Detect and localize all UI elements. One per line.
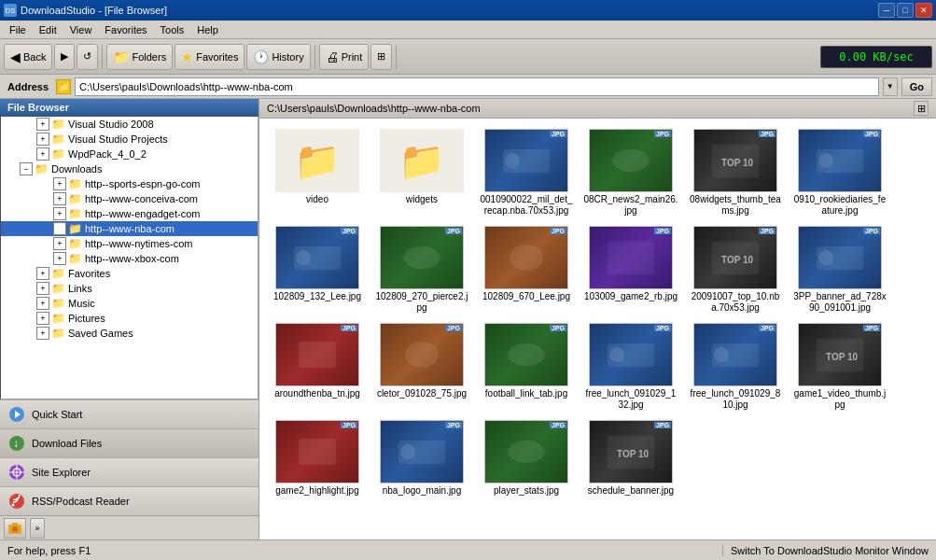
file-item[interactable]: JPG player_stats.jpg bbox=[476, 417, 577, 499]
tree-expander[interactable]: + bbox=[36, 297, 49, 310]
status-right[interactable]: Switch To DownloadStudio Monitor Window bbox=[722, 545, 936, 556]
quick-start-item[interactable]: Quick Start bbox=[0, 399, 258, 428]
tree-item[interactable]: +📁Saved Games bbox=[1, 326, 258, 341]
more-button[interactable]: » bbox=[30, 518, 45, 539]
menu-edit[interactable]: Edit bbox=[34, 22, 63, 37]
tree-expander[interactable]: + bbox=[36, 327, 49, 340]
file-item[interactable]: JPG free_lunch_091029_132.jpg bbox=[580, 320, 681, 413]
file-item[interactable]: JPG 0910_rookiediaries_feature.jpg bbox=[789, 126, 890, 219]
file-badge: JPG bbox=[759, 228, 775, 234]
svg-text:TOP 10: TOP 10 bbox=[721, 255, 754, 265]
tree-expander[interactable]: + bbox=[53, 252, 66, 265]
history-button[interactable]: 🕐 History bbox=[246, 44, 310, 70]
folders-button[interactable]: 📁 Folders bbox=[106, 44, 173, 70]
file-item[interactable]: 📁 video bbox=[267, 126, 368, 219]
tree-expander[interactable]: + bbox=[36, 267, 49, 280]
view-button[interactable]: ⊞ bbox=[370, 44, 392, 70]
tree-item[interactable]: +📁Visual Studio Projects bbox=[1, 132, 258, 147]
file-grid[interactable]: 📁 video 📁 widgets JPG bbox=[259, 119, 936, 539]
tree-item[interactable]: +📁Music bbox=[1, 296, 258, 311]
menu-file[interactable]: File bbox=[4, 22, 32, 37]
file-item[interactable]: JPG 102809_132_Lee.jpg bbox=[267, 223, 368, 316]
go-button[interactable]: Go bbox=[901, 77, 932, 96]
file-item[interactable]: JPG nba_logo_main.jpg bbox=[371, 417, 472, 499]
tree-expander[interactable]: − bbox=[20, 162, 33, 175]
tree-item[interactable]: +📁http--www-engadget-com bbox=[1, 206, 258, 221]
tree-expander[interactable]: + bbox=[36, 118, 49, 131]
tree-item-label: WpdPack_4_0_2 bbox=[68, 148, 147, 160]
tree-expander[interactable]: + bbox=[36, 282, 49, 295]
file-badge: JPG bbox=[550, 131, 566, 137]
favorites-button[interactable]: ★ Favorites bbox=[175, 44, 244, 70]
tree-item-label: Visual Studio 2008 bbox=[68, 119, 154, 130]
tree-item[interactable]: +📁http--sports-espn-go-com bbox=[1, 176, 258, 191]
print-icon: 🖨 bbox=[326, 49, 339, 64]
file-item[interactable]: JPG football_link_tab.jpg bbox=[476, 320, 577, 413]
back-button[interactable]: ◀ Back bbox=[4, 44, 52, 70]
menu-help[interactable]: Help bbox=[191, 22, 224, 37]
camera-button[interactable] bbox=[4, 518, 26, 539]
file-badge: JPG bbox=[550, 228, 566, 234]
tree-item[interactable]: +📁http--www-nytimes-com bbox=[1, 236, 258, 251]
file-tree[interactable]: +📁Visual Studio 2008+📁Visual Studio Proj… bbox=[0, 116, 258, 399]
tree-item[interactable]: +📁WpdPack_4_0_2 bbox=[1, 147, 258, 161]
rss-reader-item[interactable]: RSS/Podcast Reader bbox=[0, 486, 258, 515]
file-item[interactable]: JPG aroundthenba_tn.jpg bbox=[267, 320, 368, 413]
tree-expander[interactable]: + bbox=[53, 237, 66, 250]
tree-item[interactable]: +📁Visual Studio 2008 bbox=[1, 117, 258, 132]
site-explorer-item[interactable]: Site Explorer bbox=[0, 457, 258, 486]
close-button[interactable]: ✕ bbox=[915, 3, 932, 18]
file-item[interactable]: JPG 0010900022_mil_det_recap.nba.70x53.j… bbox=[476, 126, 577, 219]
menu-tools[interactable]: Tools bbox=[155, 22, 190, 37]
svg-point-26 bbox=[296, 250, 311, 265]
tree-item[interactable]: +📁http--www-xbox-com bbox=[1, 251, 258, 266]
menu-favorites[interactable]: Favorites bbox=[99, 22, 152, 37]
tree-item[interactable]: −📁http--www-nba-com bbox=[1, 221, 258, 236]
file-item[interactable]: JPG 102809_270_pierce2.jpg bbox=[371, 223, 472, 316]
tree-expander[interactable]: + bbox=[36, 147, 49, 161]
tree-expander[interactable]: + bbox=[53, 192, 66, 205]
tree-expander[interactable]: + bbox=[36, 312, 49, 325]
file-name: player_stats.jpg bbox=[494, 485, 559, 497]
address-dropdown[interactable]: ▼ bbox=[883, 77, 898, 96]
tree-indent bbox=[20, 214, 36, 215]
tree-expander[interactable]: + bbox=[36, 133, 49, 146]
tree-expander[interactable]: + bbox=[53, 177, 66, 190]
tree-item[interactable]: −📁Downloads bbox=[1, 161, 258, 176]
maximize-button[interactable]: □ bbox=[897, 3, 914, 18]
file-badge: JPG bbox=[654, 131, 671, 137]
file-item[interactable]: JPG 3PP_banner_ad_728x90_091001.jpg bbox=[789, 223, 890, 316]
tree-indent bbox=[20, 154, 36, 155]
file-item[interactable]: JPG TOP 10 08widgets_thumb_teams.jpg bbox=[685, 126, 786, 219]
left-panel-bottom: » bbox=[0, 515, 258, 539]
file-item[interactable]: JPG 08CR_news2_main26.jpg bbox=[580, 126, 681, 219]
file-item[interactable]: JPG 103009_game2_rb.jpg bbox=[580, 223, 681, 316]
svg-point-17 bbox=[612, 149, 650, 172]
refresh-button[interactable]: ↺ bbox=[77, 44, 98, 70]
file-item[interactable]: JPG TOP 10 game1_video_thumb.jpg bbox=[789, 320, 890, 413]
file-item[interactable]: JPG free_lunch_091029_810.jpg bbox=[685, 320, 786, 413]
folder-icon: 📁 bbox=[68, 222, 82, 235]
tree-item[interactable]: +📁Favorites bbox=[1, 266, 258, 281]
tree-item[interactable]: +📁Links bbox=[1, 281, 258, 296]
forward-button[interactable]: ▶ bbox=[54, 44, 75, 70]
file-thumbnail: JPG bbox=[798, 226, 882, 289]
print-button[interactable]: 🖨 Print bbox=[319, 44, 370, 70]
file-item[interactable]: JPG game2_highlight.jpg bbox=[267, 417, 368, 499]
menu-view[interactable]: View bbox=[64, 22, 98, 37]
file-item[interactable]: JPG TOP 10 20091007_top_10.nba.70x53.jpg bbox=[685, 223, 786, 316]
tree-expander[interactable]: − bbox=[53, 222, 66, 235]
download-files-item[interactable]: ↓ Download Files bbox=[0, 428, 258, 457]
address-bar: Address 📁 ▼ Go bbox=[0, 75, 936, 99]
file-item[interactable]: JPG 102809_670_Lee.jpg bbox=[476, 223, 577, 316]
tree-expander[interactable]: + bbox=[53, 207, 66, 220]
file-item[interactable]: JPG cletor_091028_75.jpg bbox=[371, 320, 472, 413]
minimize-button[interactable]: ─ bbox=[878, 3, 895, 18]
tree-item[interactable]: +📁Pictures bbox=[1, 311, 258, 326]
tree-indent bbox=[3, 229, 20, 230]
file-item[interactable]: 📁 widgets bbox=[371, 126, 472, 219]
tree-item[interactable]: +📁http--www-conceiva-com bbox=[1, 191, 258, 206]
panel-icon-button[interactable]: ⊞ bbox=[914, 101, 929, 116]
address-input[interactable] bbox=[75, 77, 879, 96]
file-item[interactable]: JPG TOP 10 schedule_banner.jpg bbox=[580, 417, 681, 499]
